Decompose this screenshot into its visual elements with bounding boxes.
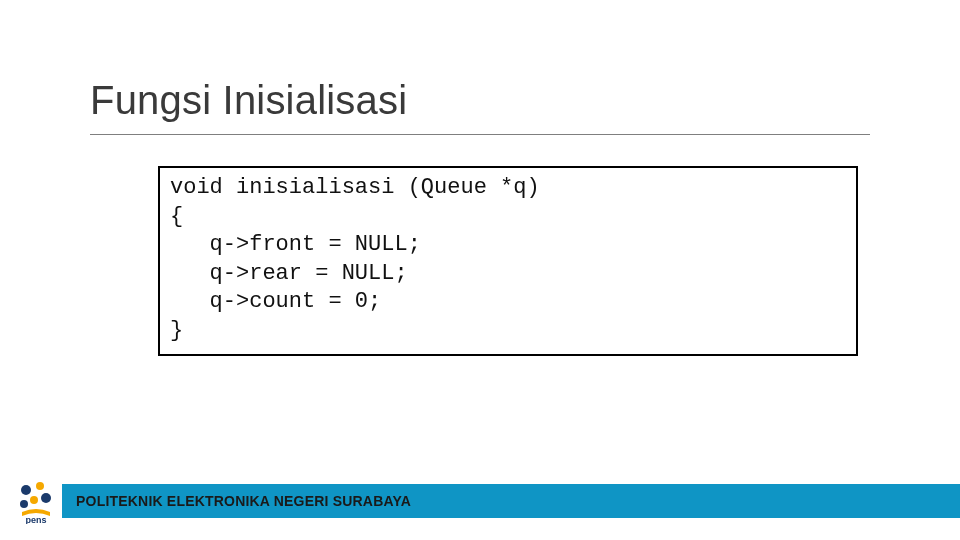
code-line: { <box>170 204 183 229</box>
title-underline <box>90 134 870 135</box>
logo-icon: pens <box>12 476 60 524</box>
code-line: void inisialisasi (Queue *q) <box>170 175 540 200</box>
code-block: void inisialisasi (Queue *q) { q->front … <box>158 166 858 356</box>
page-title: Fungsi Inisialisasi <box>90 78 407 123</box>
code-line: q->count = 0; <box>170 289 381 314</box>
svg-point-1 <box>36 482 44 490</box>
footer-text: POLITEKNIK ELEKTRONIKA NEGERI SURABAYA <box>76 493 411 509</box>
logo-label: pens <box>25 515 46 524</box>
svg-point-0 <box>21 485 31 495</box>
svg-point-4 <box>20 500 28 508</box>
code-line: q->front = NULL; <box>170 232 421 257</box>
svg-point-2 <box>41 493 51 503</box>
code-line: } <box>170 318 183 343</box>
svg-point-3 <box>30 496 38 504</box>
footer-bar: POLITEKNIK ELEKTRONIKA NEGERI SURABAYA <box>62 484 960 518</box>
slide: Fungsi Inisialisasi void inisialisasi (Q… <box>0 0 960 540</box>
code-line: q->rear = NULL; <box>170 261 408 286</box>
